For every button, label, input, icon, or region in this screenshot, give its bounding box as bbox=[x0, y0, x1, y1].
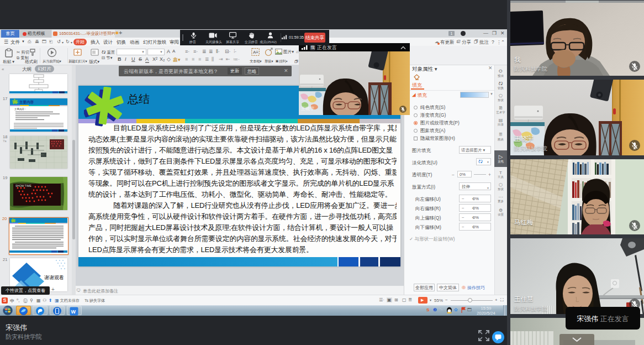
svg-text:W: W bbox=[71, 309, 76, 314]
svg-text:王晓宇: 王晓宇 bbox=[300, 106, 314, 111]
svg-text:主要内容: 主要内容 bbox=[19, 100, 34, 104]
svg-text:SHOW TIME: SHOW TIME bbox=[15, 184, 31, 187]
svg-text:主要内容：: 主要内容： bbox=[14, 108, 27, 111]
svg-text:A≡: A≡ bbox=[253, 50, 258, 55]
svg-text:谢谢观看: 谢谢观看 bbox=[44, 275, 64, 280]
